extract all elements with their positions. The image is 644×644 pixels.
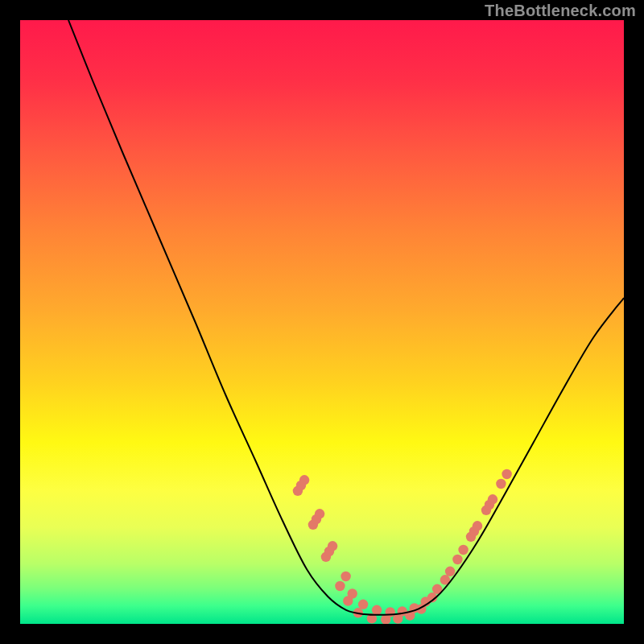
data-marker: [502, 469, 511, 479]
data-marker: [473, 521, 482, 530]
data-marker: [458, 545, 468, 555]
data-marker: [386, 607, 395, 617]
data-marker: [452, 555, 462, 564]
watermark-text: TheBottleneck.com: [485, 2, 636, 20]
data-marker: [341, 572, 350, 581]
data-marker: [335, 581, 345, 591]
gradient-background: [20, 20, 624, 624]
data-marker: [445, 567, 455, 576]
data-marker: [299, 475, 309, 485]
data-marker: [358, 600, 368, 609]
chart-frame: [20, 20, 624, 624]
data-marker: [328, 541, 337, 551]
data-marker: [372, 605, 382, 615]
data-marker: [488, 494, 497, 504]
data-marker: [315, 509, 324, 518]
data-marker: [348, 588, 357, 598]
data-marker: [496, 479, 506, 489]
bottleneck-curve-chart: [20, 20, 624, 624]
